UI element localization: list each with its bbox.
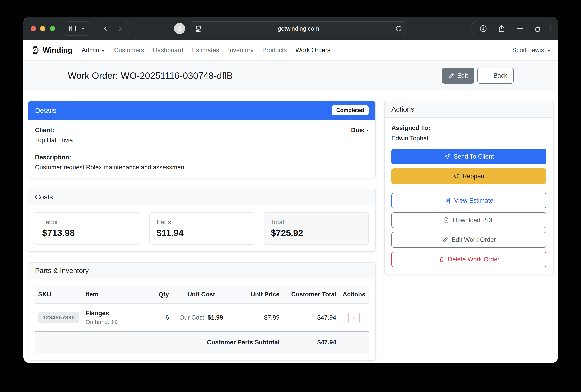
edit-button-label: Edit — [457, 72, 468, 79]
parts-card-header: Parts & Inventory — [28, 263, 376, 279]
col-sku: SKU — [35, 286, 82, 304]
chevron-down-icon — [80, 26, 86, 31]
share-icon[interactable] — [498, 24, 506, 32]
details-card-header: Details Completed — [28, 101, 376, 120]
table-header-row: SKU Item Qty Unit Cost Unit Price Custom… — [35, 286, 369, 304]
reopen-label: Reopen — [462, 173, 484, 180]
delete-work-order-label: Delete Work Order — [448, 256, 500, 263]
nav-item-work-orders[interactable]: Work Orders — [296, 46, 330, 54]
tab-overview-icon[interactable] — [534, 24, 542, 32]
browser-toolbar: S getwinding.com — [24, 17, 558, 40]
caret-down-icon — [101, 49, 105, 52]
nav-item-customers[interactable]: Customers — [114, 46, 144, 54]
item-cell: Flanges On hand: 19 — [82, 304, 148, 332]
parts-title: Parts & Inventory — [35, 267, 88, 275]
subtotal-value: $47.94 — [283, 332, 340, 353]
total-value: $725.92 — [271, 228, 362, 238]
forward-nav-icon[interactable] — [116, 25, 123, 32]
col-qty: Qty — [148, 286, 172, 304]
due-value: - — [367, 127, 369, 134]
subtotal-label: Customer Parts Subtotal — [35, 332, 283, 353]
close-window-button[interactable] — [30, 26, 36, 31]
trash-icon — [438, 256, 445, 263]
reopen-button[interactable]: ↺ Reopen — [392, 168, 546, 184]
address-bar[interactable]: getwinding.com — [190, 21, 408, 36]
col-unit-cost: Unit Cost — [172, 286, 230, 304]
caret-down-icon — [547, 49, 551, 52]
assigned-to-label: Assigned To: — [392, 124, 546, 132]
delete-work-order-button[interactable]: Delete Work Order — [392, 252, 546, 267]
parts-table: SKU Item Qty Unit Cost Unit Price Custom… — [35, 286, 369, 354]
pdf-file-icon — [443, 217, 450, 223]
client-value: Top Hat Trivia — [35, 137, 73, 144]
sidebar-toggle[interactable] — [63, 21, 91, 36]
app-navbar: Winding Admin Customers Dashboard Estima… — [24, 40, 558, 60]
reader-mode-icon[interactable] — [195, 25, 202, 32]
col-unit-price: Unit Price — [230, 286, 283, 304]
download-pdf-button[interactable]: Download PDF — [392, 212, 546, 228]
parts-inventory-card: Parts & Inventory SKU Item — [28, 262, 376, 361]
costs-title: Costs — [35, 193, 53, 201]
description-value: Customer request Rolex maintenance and a… — [35, 164, 369, 171]
nav-item-products[interactable]: Products — [262, 46, 287, 54]
extension-badge[interactable]: S — [174, 23, 185, 34]
nav-menu: Admin Customers Dashboard Estimates Inve… — [82, 46, 331, 54]
our-cost-label: Our Cost: — [179, 314, 206, 321]
parts-card-body: SKU Item Qty Unit Cost Unit Price Custom… — [28, 279, 376, 360]
our-cost-value: $1.99 — [208, 314, 223, 321]
user-name: Scott Lewis — [512, 46, 544, 54]
browser-window: S getwinding.com — [24, 17, 558, 363]
actions-title: Actions — [392, 105, 414, 113]
item-name: Flanges — [86, 310, 145, 317]
nav-item-inventory[interactable]: Inventory — [228, 46, 254, 54]
send-to-client-button[interactable]: Send To Client — [392, 149, 546, 164]
edit-button[interactable]: Edit — [442, 67, 474, 83]
costs-card: Costs Labor $713.98 Parts $11.94 — [28, 189, 376, 252]
back-button[interactable]: ← Back — [478, 67, 514, 83]
subtotal-row: Customer Parts Subtotal $47.94 — [35, 332, 369, 353]
details-title: Details — [35, 106, 56, 114]
parts-value: $11.94 — [156, 228, 247, 238]
pencil-icon — [448, 72, 454, 78]
costs-card-header: Costs — [28, 189, 376, 205]
page-header: Work Order: WO-20251116-030748-dflB Edit… — [24, 60, 558, 91]
view-estimate-label: View Estimate — [454, 197, 494, 204]
back-nav-icon[interactable] — [102, 25, 109, 32]
labor-cost-box: Labor $713.98 — [35, 212, 140, 245]
user-menu[interactable]: Scott Lewis — [512, 46, 551, 54]
client-block: Client: Top Hat Trivia — [35, 127, 73, 144]
total-label: Total — [271, 219, 362, 226]
download-pdf-label: Download PDF — [453, 217, 494, 224]
reopen-icon: ↺ — [454, 173, 460, 180]
nav-item-dashboard[interactable]: Dashboard — [153, 46, 183, 54]
total-cost-box: Total $725.92 — [264, 212, 369, 245]
sku-badge: 1234567890 — [38, 313, 79, 323]
col-customer-total: Customer Total — [283, 286, 340, 304]
receipt-icon — [445, 197, 451, 204]
address-area: S getwinding.com — [174, 21, 408, 36]
back-button-label: Back — [494, 72, 507, 79]
reload-icon[interactable] — [395, 25, 402, 32]
nav-item-estimates[interactable]: Estimates — [192, 46, 219, 54]
client-label: Client: — [35, 127, 73, 134]
zoom-window-button[interactable] — [50, 26, 55, 31]
due-block: Due: - — [351, 127, 369, 144]
window-controls — [30, 26, 55, 31]
url-text[interactable]: getwinding.com — [202, 25, 395, 32]
view-estimate-button[interactable]: View Estimate — [392, 193, 546, 208]
brand[interactable]: Winding — [30, 45, 72, 55]
edit-work-order-button[interactable]: Edit Work Order — [392, 232, 546, 248]
new-tab-icon[interactable] — [516, 24, 524, 32]
downloads-icon[interactable] — [479, 24, 487, 32]
history-nav — [96, 21, 129, 36]
assignee-name: Edwin Tophat — [392, 135, 546, 142]
left-column: Details Completed Client: Top Hat Trivia… — [28, 101, 376, 361]
page-title: Work Order: WO-20251116-030748-dflB — [68, 70, 233, 81]
nav-item-admin[interactable]: Admin — [82, 46, 105, 54]
remove-part-button[interactable]: × — [348, 312, 360, 324]
main-content: Details Completed Client: Top Hat Trivia… — [24, 91, 558, 361]
nav-item-admin-label: Admin — [82, 46, 99, 54]
minimize-window-button[interactable] — [40, 26, 46, 31]
sku-cell: 1234567890 — [35, 304, 82, 332]
actions-card: Actions Assigned To: Edwin Tophat Send T… — [384, 101, 554, 274]
